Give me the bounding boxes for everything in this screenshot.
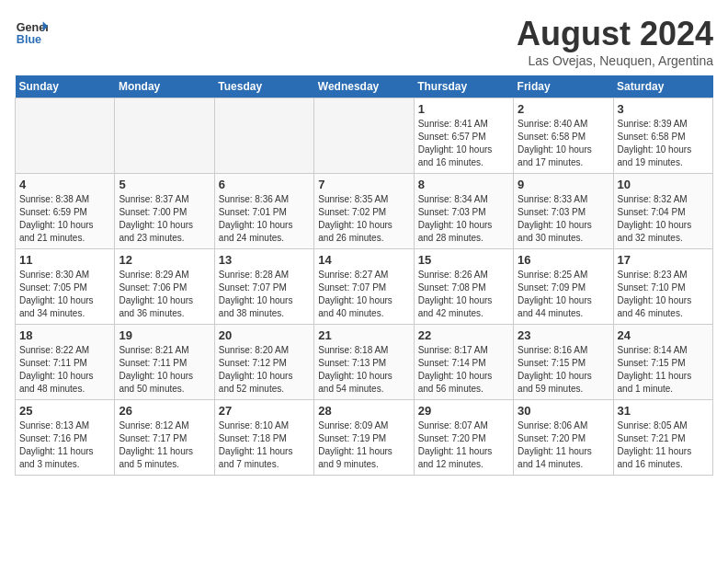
- table-row: [16, 98, 115, 174]
- table-row: 20Sunrise: 8:20 AMSunset: 7:12 PMDayligh…: [214, 325, 313, 400]
- table-row: [214, 98, 313, 174]
- day-info: Sunrise: 8:30 AMSunset: 7:05 PMDaylight:…: [19, 269, 110, 320]
- table-row: [115, 98, 214, 174]
- day-number: 5: [119, 178, 210, 191]
- day-number: 14: [318, 253, 409, 267]
- day-info: Sunrise: 8:06 AMSunset: 7:20 PMDaylight:…: [518, 419, 609, 471]
- header-wednesday: Wednesday: [314, 75, 414, 98]
- day-info: Sunrise: 8:29 AMSunset: 7:06 PMDaylight:…: [119, 269, 210, 320]
- day-info: Sunrise: 8:05 AMSunset: 7:21 PMDaylight:…: [618, 419, 709, 471]
- day-info: Sunrise: 8:28 AMSunset: 7:07 PMDaylight:…: [219, 269, 310, 320]
- table-row: 18Sunrise: 8:22 AMSunset: 7:11 PMDayligh…: [16, 325, 115, 400]
- table-row: 23Sunrise: 8:16 AMSunset: 7:15 PMDayligh…: [514, 325, 613, 400]
- day-number: 16: [518, 253, 609, 267]
- day-number: 29: [418, 404, 509, 418]
- table-row: 22Sunrise: 8:17 AMSunset: 7:14 PMDayligh…: [414, 325, 513, 400]
- table-row: 31Sunrise: 8:05 AMSunset: 7:21 PMDayligh…: [613, 400, 712, 476]
- day-number: 7: [318, 178, 409, 191]
- svg-text:Blue: Blue: [17, 33, 41, 46]
- table-row: 4Sunrise: 8:38 AMSunset: 6:59 PMDaylight…: [16, 174, 115, 249]
- table-row: 14Sunrise: 8:27 AMSunset: 7:07 PMDayligh…: [314, 249, 414, 325]
- day-number: 6: [219, 178, 310, 191]
- day-info: Sunrise: 8:23 AMSunset: 7:10 PMDaylight:…: [618, 269, 709, 320]
- table-row: 21Sunrise: 8:18 AMSunset: 7:13 PMDayligh…: [314, 325, 414, 400]
- day-info: Sunrise: 8:38 AMSunset: 6:59 PMDaylight:…: [19, 193, 110, 245]
- table-row: 25Sunrise: 8:13 AMSunset: 7:16 PMDayligh…: [16, 400, 115, 476]
- logo-icon: General Blue: [15, 15, 48, 48]
- table-row: 12Sunrise: 8:29 AMSunset: 7:06 PMDayligh…: [115, 249, 214, 325]
- day-info: Sunrise: 8:09 AMSunset: 7:19 PMDaylight:…: [318, 419, 409, 471]
- day-number: 24: [618, 328, 709, 342]
- day-number: 8: [418, 178, 509, 191]
- table-row: 13Sunrise: 8:28 AMSunset: 7:07 PMDayligh…: [214, 249, 313, 325]
- table-row: [314, 98, 414, 174]
- calendar-subtitle: Las Ovejas, Neuquen, Argentina: [517, 53, 713, 68]
- day-info: Sunrise: 8:36 AMSunset: 7:01 PMDaylight:…: [219, 193, 310, 245]
- calendar-header-row: Sunday Monday Tuesday Wednesday Thursday…: [16, 75, 713, 98]
- day-number: 1: [418, 102, 509, 116]
- title-area: August 2024 Las Ovejas, Neuquen, Argenti…: [517, 15, 713, 68]
- day-info: Sunrise: 8:40 AMSunset: 6:58 PMDaylight:…: [518, 118, 609, 169]
- day-info: Sunrise: 8:35 AMSunset: 7:02 PMDaylight:…: [318, 193, 409, 245]
- table-row: 1Sunrise: 8:41 AMSunset: 6:57 PMDaylight…: [414, 98, 513, 174]
- day-number: 9: [518, 178, 609, 191]
- header-tuesday: Tuesday: [214, 75, 313, 98]
- day-number: 28: [318, 404, 409, 418]
- day-number: 2: [518, 102, 609, 116]
- day-info: Sunrise: 8:14 AMSunset: 7:15 PMDaylight:…: [618, 344, 709, 396]
- table-row: 11Sunrise: 8:30 AMSunset: 7:05 PMDayligh…: [16, 249, 115, 325]
- day-number: 27: [219, 404, 310, 418]
- table-row: 19Sunrise: 8:21 AMSunset: 7:11 PMDayligh…: [115, 325, 214, 400]
- logo: General Blue: [15, 15, 48, 48]
- calendar-week-4: 18Sunrise: 8:22 AMSunset: 7:11 PMDayligh…: [16, 325, 713, 400]
- header: General Blue August 2024 Las Ovejas, Neu…: [15, 15, 713, 68]
- table-row: 15Sunrise: 8:26 AMSunset: 7:08 PMDayligh…: [414, 249, 513, 325]
- table-row: 10Sunrise: 8:32 AMSunset: 7:04 PMDayligh…: [613, 174, 712, 249]
- header-sunday: Sunday: [16, 75, 115, 98]
- calendar-week-5: 25Sunrise: 8:13 AMSunset: 7:16 PMDayligh…: [16, 400, 713, 476]
- calendar-week-2: 4Sunrise: 8:38 AMSunset: 6:59 PMDaylight…: [16, 174, 713, 249]
- day-number: 19: [119, 328, 210, 342]
- day-number: 4: [19, 178, 110, 191]
- day-info: Sunrise: 8:22 AMSunset: 7:11 PMDaylight:…: [19, 344, 110, 396]
- day-info: Sunrise: 8:12 AMSunset: 7:17 PMDaylight:…: [119, 419, 210, 471]
- day-number: 31: [618, 404, 709, 418]
- day-number: 12: [119, 253, 210, 267]
- day-number: 30: [518, 404, 609, 418]
- table-row: 5Sunrise: 8:37 AMSunset: 7:00 PMDaylight…: [115, 174, 214, 249]
- table-row: 16Sunrise: 8:25 AMSunset: 7:09 PMDayligh…: [514, 249, 613, 325]
- day-info: Sunrise: 8:17 AMSunset: 7:14 PMDaylight:…: [418, 344, 509, 396]
- day-info: Sunrise: 8:20 AMSunset: 7:12 PMDaylight:…: [219, 344, 310, 396]
- day-number: 18: [19, 328, 110, 342]
- day-info: Sunrise: 8:13 AMSunset: 7:16 PMDaylight:…: [19, 419, 110, 471]
- day-info: Sunrise: 8:10 AMSunset: 7:18 PMDaylight:…: [219, 419, 310, 471]
- table-row: 24Sunrise: 8:14 AMSunset: 7:15 PMDayligh…: [613, 325, 712, 400]
- header-saturday: Saturday: [613, 75, 712, 98]
- day-info: Sunrise: 8:16 AMSunset: 7:15 PMDaylight:…: [518, 344, 609, 396]
- day-info: Sunrise: 8:39 AMSunset: 6:58 PMDaylight:…: [618, 118, 709, 169]
- calendar-table: Sunday Monday Tuesday Wednesday Thursday…: [15, 75, 713, 476]
- day-info: Sunrise: 8:27 AMSunset: 7:07 PMDaylight:…: [318, 269, 409, 320]
- day-number: 23: [518, 328, 609, 342]
- day-info: Sunrise: 8:25 AMSunset: 7:09 PMDaylight:…: [518, 269, 609, 320]
- calendar-title: August 2024: [517, 15, 713, 53]
- day-info: Sunrise: 8:41 AMSunset: 6:57 PMDaylight:…: [418, 118, 509, 169]
- table-row: 29Sunrise: 8:07 AMSunset: 7:20 PMDayligh…: [414, 400, 513, 476]
- day-info: Sunrise: 8:07 AMSunset: 7:20 PMDaylight:…: [418, 419, 509, 471]
- table-row: 9Sunrise: 8:33 AMSunset: 7:03 PMDaylight…: [514, 174, 613, 249]
- day-info: Sunrise: 8:37 AMSunset: 7:00 PMDaylight:…: [119, 193, 210, 245]
- day-info: Sunrise: 8:34 AMSunset: 7:03 PMDaylight:…: [418, 193, 509, 245]
- header-thursday: Thursday: [414, 75, 513, 98]
- header-friday: Friday: [514, 75, 613, 98]
- table-row: 26Sunrise: 8:12 AMSunset: 7:17 PMDayligh…: [115, 400, 214, 476]
- day-number: 10: [618, 178, 709, 191]
- day-number: 22: [418, 328, 509, 342]
- table-row: 17Sunrise: 8:23 AMSunset: 7:10 PMDayligh…: [613, 249, 712, 325]
- table-row: 28Sunrise: 8:09 AMSunset: 7:19 PMDayligh…: [314, 400, 414, 476]
- table-row: 27Sunrise: 8:10 AMSunset: 7:18 PMDayligh…: [214, 400, 313, 476]
- table-row: 6Sunrise: 8:36 AMSunset: 7:01 PMDaylight…: [214, 174, 313, 249]
- table-row: 7Sunrise: 8:35 AMSunset: 7:02 PMDaylight…: [314, 174, 414, 249]
- day-number: 26: [119, 404, 210, 418]
- table-row: 2Sunrise: 8:40 AMSunset: 6:58 PMDaylight…: [514, 98, 613, 174]
- day-info: Sunrise: 8:26 AMSunset: 7:08 PMDaylight:…: [418, 269, 509, 320]
